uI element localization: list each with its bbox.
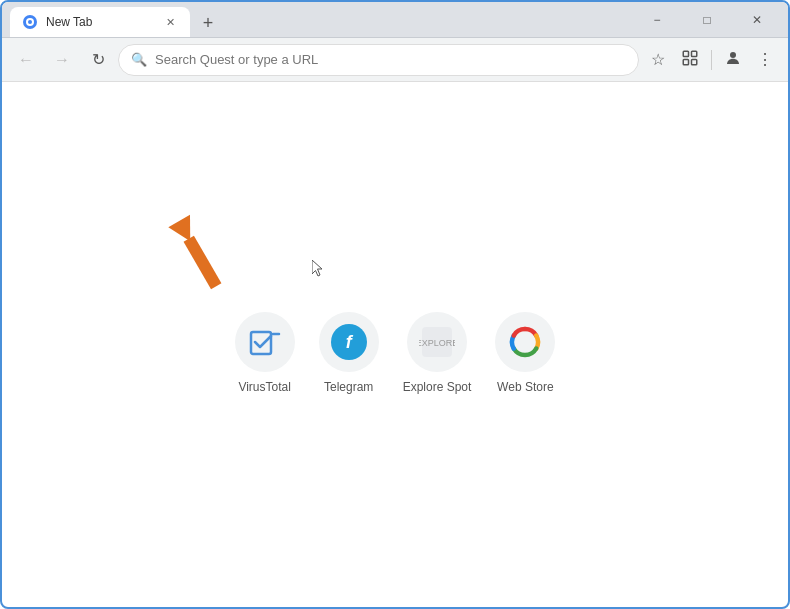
web-store-icon-bg [495, 312, 555, 372]
maximize-button[interactable]: □ [684, 5, 730, 35]
shortcut-web-store[interactable]: Web Store [495, 312, 555, 394]
arrow-annotation [157, 212, 237, 306]
web-store-label: Web Store [497, 380, 553, 394]
nav-divider [711, 50, 712, 70]
shortcuts-container: VirusTotal f Telegram EXPLORE Explore Sp… [2, 192, 788, 394]
pointing-arrow-icon [157, 212, 237, 302]
refresh-icon: ↻ [92, 50, 105, 69]
svg-text:EXPLORE: EXPLORE [419, 338, 455, 348]
bookmark-icon: ☆ [651, 50, 665, 69]
menu-button[interactable]: ⋮ [750, 45, 780, 75]
web-store-icon [507, 324, 543, 360]
shortcut-virustotal[interactable]: VirusTotal [235, 312, 295, 394]
search-icon: 🔍 [131, 52, 147, 67]
svg-point-15 [520, 337, 530, 347]
address-input[interactable] [155, 52, 626, 67]
explore-spot-icon-bg: EXPLORE [407, 312, 467, 372]
shortcut-explore-spot[interactable]: EXPLORE Explore Spot [403, 312, 472, 394]
browser-content: VirusTotal f Telegram EXPLORE Explore Sp… [2, 192, 788, 609]
svg-rect-9 [184, 236, 222, 290]
shortcuts-grid: VirusTotal f Telegram EXPLORE Explore Sp… [235, 312, 556, 394]
tab-close-button[interactable]: ✕ [162, 14, 178, 30]
svg-rect-5 [683, 59, 688, 64]
refresh-button[interactable]: ↻ [82, 44, 114, 76]
back-icon: ← [18, 51, 34, 69]
svg-rect-3 [683, 51, 688, 56]
tab-favicon [22, 14, 38, 30]
profile-icon [724, 49, 742, 71]
tab-area: New Tab ✕ + [10, 2, 634, 37]
svg-rect-6 [692, 59, 697, 64]
back-button[interactable]: ← [10, 44, 42, 76]
title-bar: New Tab ✕ + − □ ✕ [2, 2, 788, 38]
tab-title: New Tab [46, 15, 154, 29]
extensions-button[interactable] [675, 45, 705, 75]
close-button[interactable]: ✕ [734, 5, 780, 35]
forward-icon: → [54, 51, 70, 69]
explore-spot-label: Explore Spot [403, 380, 472, 394]
virustotal-icon [247, 324, 283, 360]
explore-spot-icon: EXPLORE [419, 324, 455, 360]
svg-point-7 [730, 52, 736, 58]
telegram-icon: f [331, 324, 367, 360]
svg-rect-10 [251, 332, 271, 354]
virustotal-icon-bg [235, 312, 295, 372]
svg-rect-4 [692, 51, 697, 56]
svg-point-2 [28, 20, 32, 24]
address-bar[interactable]: 🔍 [118, 44, 639, 76]
menu-icon: ⋮ [757, 50, 773, 69]
extensions-icon [681, 49, 699, 71]
nav-right-controls: ☆ ⋮ [643, 45, 780, 75]
minimize-button[interactable]: − [634, 5, 680, 35]
telegram-icon-bg: f [319, 312, 379, 372]
navigation-bar: ← → ↻ 🔍 ☆ [2, 38, 788, 82]
forward-button[interactable]: → [46, 44, 78, 76]
virustotal-label: VirusTotal [238, 380, 290, 394]
new-tab-button[interactable]: + [194, 9, 222, 37]
active-tab[interactable]: New Tab ✕ [10, 7, 190, 37]
telegram-label: Telegram [324, 380, 373, 394]
shortcut-telegram[interactable]: f Telegram [319, 312, 379, 394]
bookmark-button[interactable]: ☆ [643, 45, 673, 75]
profile-button[interactable] [718, 45, 748, 75]
window-controls: − □ ✕ [634, 5, 780, 35]
